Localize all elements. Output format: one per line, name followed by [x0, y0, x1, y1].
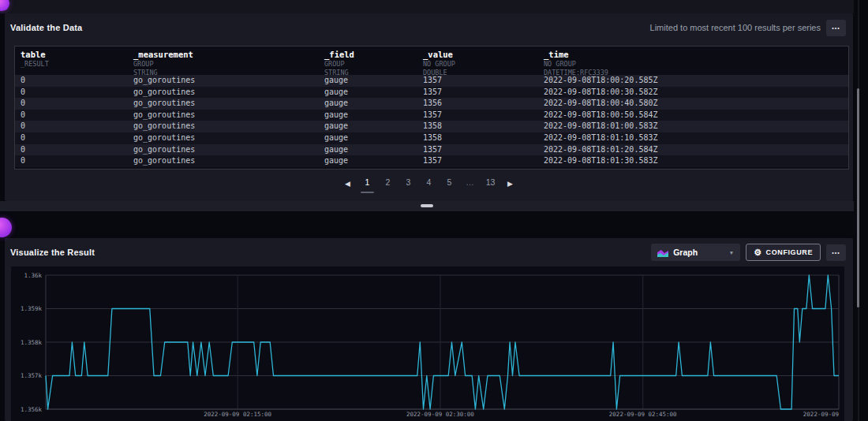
- y-axis-tick-label: 1.36k: [24, 272, 42, 279]
- x-axis-tick-label: 2022-09-09: [803, 411, 839, 418]
- table-cell: 1356: [423, 99, 442, 107]
- scrollbar-thumb[interactable]: [857, 88, 859, 307]
- x-axis-tick-label: 2022-09-09 02:15:00: [204, 411, 271, 418]
- validate-data-panel: Validate the Data Limited to most recent…: [5, 13, 853, 201]
- visualize-panel-title: Visualize the Result: [10, 248, 95, 257]
- raw-data-table: table_RESULT_measurementGROUPSTRING_fiel…: [14, 46, 849, 170]
- table-row: 0go_goroutinesgauge13562022-09-08T18:00:…: [15, 98, 848, 110]
- column-header-measurement: _measurementGROUPSTRING: [133, 50, 193, 77]
- validate-panel-title: Validate the Data: [10, 23, 82, 32]
- chart-gridlines: 1.36k1.359k1.358k1.357k1.356k2022-09-09 …: [21, 272, 839, 418]
- table-cell: 2022-09-08T18:01:00.583Z: [544, 121, 658, 130]
- resize-handle[interactable]: [421, 204, 433, 207]
- table-cell: go_goroutines: [133, 121, 195, 130]
- configure-label: CONFIGURE: [766, 248, 813, 256]
- table-cell: gauge: [324, 88, 348, 96]
- visualize-panel-header: Visualize the Result Graph ▼ ⚙ CONFIGURE: [5, 238, 853, 266]
- visualization-type-dropdown[interactable]: Graph ▼: [651, 244, 740, 261]
- right-gutter: [854, 0, 868, 421]
- previous-page-button[interactable]: ◀: [342, 177, 354, 191]
- next-page-button[interactable]: ▶: [504, 177, 516, 191]
- pagination: ◀ 12345…13 ▶: [5, 177, 853, 193]
- table-row: 0go_goroutinesgauge13572022-09-08T18:01:…: [15, 155, 848, 167]
- table-cell: 2022-09-08T18:01:30.583Z: [544, 156, 658, 165]
- page-number-1[interactable]: 1: [361, 177, 374, 193]
- validate-panel-header: Validate the Data Limited to most recent…: [5, 13, 853, 42]
- table-cell: 0: [21, 156, 25, 165]
- table-cell: 2022-09-08T18:01:20.584Z: [544, 145, 658, 154]
- y-axis-tick-label: 1.359k: [21, 305, 43, 312]
- viz-type-label: Graph: [673, 248, 698, 257]
- table-cell: 1358: [423, 133, 442, 142]
- table-cell: 1357: [423, 88, 442, 96]
- table-cell: 1357: [423, 110, 442, 119]
- table-cell: 2022-09-08T18:00:20.585Z: [544, 76, 658, 84]
- table-cell: go_goroutines: [133, 133, 195, 142]
- results-limit-note: Limited to most recent 100 results per s…: [650, 23, 821, 32]
- line-chart[interactable]: 1.36k1.359k1.358k1.357k1.356k2022-09-09 …: [11, 266, 844, 421]
- pagination-ellipsis: …: [463, 177, 477, 193]
- configure-button[interactable]: ⚙ CONFIGURE: [746, 244, 821, 261]
- table-cell: 0: [21, 145, 25, 154]
- table-cell: go_goroutines: [133, 145, 195, 154]
- table-cell: 2022-09-08T18:00:30.582Z: [544, 88, 658, 96]
- table-cell: gauge: [324, 99, 348, 107]
- data-explorer-page: Validate the Data Limited to most recent…: [0, 0, 868, 421]
- table-row: 0go_goroutinesgauge13572022-09-08T18:01:…: [15, 144, 848, 156]
- column-header-table: table_RESULT: [21, 50, 49, 69]
- table-cell: gauge: [324, 133, 348, 142]
- table-cell: 0: [21, 121, 25, 130]
- kebab-menu-icon: •••: [832, 25, 840, 31]
- page-number-13[interactable]: 13: [484, 177, 497, 193]
- column-header-value: _valueNO GROUPDOUBLE: [423, 50, 455, 77]
- table-row: 0go_goroutinesgauge13582022-09-08T18:01:…: [15, 132, 848, 144]
- table-cell: gauge: [324, 156, 348, 165]
- validate-options-button[interactable]: •••: [826, 20, 846, 36]
- table-cell: 2022-09-08T18:01:10.583Z: [544, 133, 658, 142]
- table-cell: 1357: [423, 156, 442, 165]
- page-number-5[interactable]: 5: [443, 177, 456, 193]
- notification-bubble-middle[interactable]: [0, 218, 12, 237]
- chart-svg: 1.36k1.359k1.358k1.357k1.356k2022-09-09 …: [11, 266, 844, 421]
- gear-icon: ⚙: [754, 248, 761, 257]
- table-row: 0go_goroutinesgauge13572022-09-08T18:00:…: [15, 75, 848, 87]
- visualize-options-button[interactable]: •••: [826, 244, 846, 261]
- page-number-2[interactable]: 2: [381, 177, 395, 193]
- table-cell: 1358: [423, 121, 442, 130]
- table-header-row: table_RESULT_measurementGROUPSTRING_fiel…: [15, 47, 848, 73]
- y-axis-tick-label: 1.357k: [21, 372, 43, 379]
- table-cell: 0: [21, 76, 25, 84]
- table-cell: go_goroutines: [133, 88, 195, 96]
- table-cell: go_goroutines: [133, 76, 195, 84]
- table-cell: 0: [21, 99, 25, 107]
- y-axis-tick-label: 1.356k: [21, 406, 43, 413]
- table-cell: 1357: [423, 145, 442, 154]
- column-header-field: _fieldGROUPSTRING: [324, 50, 354, 77]
- table-cell: gauge: [324, 145, 348, 154]
- y-axis-tick-label: 1.358k: [21, 339, 43, 346]
- column-header-time: _timeNO GROUPDATETIME:RFC3339: [544, 50, 608, 77]
- table-cell: gauge: [324, 121, 348, 130]
- x-axis-tick-label: 2022-09-09 02:45:00: [609, 411, 677, 418]
- visualize-result-panel: Visualize the Result Graph ▼ ⚙ CONFIGURE: [5, 238, 853, 421]
- table-row: 0go_goroutinesgauge13582022-09-08T18:01:…: [15, 121, 848, 132]
- table-cell: 0: [21, 110, 25, 119]
- table-cell: 1357: [423, 76, 442, 84]
- chevron-down-icon: ▼: [729, 250, 734, 255]
- top-strip: [0, 0, 868, 13]
- table-body: 0go_goroutinesgauge13572022-09-08T18:00:…: [15, 75, 848, 167]
- x-axis-tick-label: 2022-09-09 02:30:00: [406, 411, 474, 418]
- table-cell: 0: [21, 88, 25, 96]
- table-cell: gauge: [324, 110, 348, 119]
- table-cell: 2022-09-08T18:00:40.580Z: [544, 99, 658, 107]
- page-number-3[interactable]: 3: [402, 177, 415, 193]
- table-cell: 0: [21, 133, 25, 142]
- table-row: 0go_goroutinesgauge13572022-09-08T18:00:…: [15, 110, 848, 121]
- table-cell: go_goroutines: [133, 99, 195, 107]
- panel-resize-divider[interactable]: [0, 201, 854, 211]
- graph-type-icon: [657, 248, 668, 257]
- page-number-4[interactable]: 4: [422, 177, 436, 193]
- kebab-menu-icon: •••: [832, 250, 840, 255]
- table-cell: go_goroutines: [133, 156, 195, 165]
- table-cell: gauge: [324, 76, 348, 84]
